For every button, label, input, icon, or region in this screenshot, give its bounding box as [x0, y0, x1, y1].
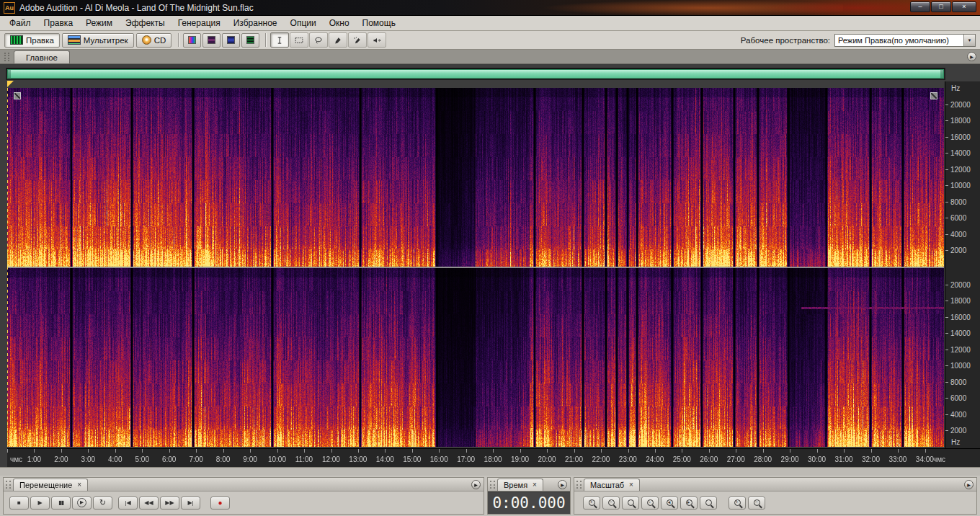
go-to-end-button[interactable]: ▶| — [181, 497, 200, 510]
adobe-audition-window: Au Adobe Audition - Al Di Meola - Land O… — [0, 0, 980, 516]
restore-button[interactable]: □ — [931, 1, 951, 12]
record-button[interactable]: ● — [210, 497, 230, 510]
workspace-dropdown[interactable]: Режим Правка(по умолчанию) ▼ — [834, 34, 976, 47]
zoom-panel: Масштаб × ▶ +−▫◂▸ +− — [574, 477, 977, 515]
time-panel-tab[interactable]: Время × — [497, 479, 543, 491]
timeline-ruler[interactable]: чмс 1:002:003:004:005:006:007:008:009:00… — [7, 448, 980, 467]
drag-grip[interactable] — [4, 53, 9, 61]
zoom-panel-title: Масштаб — [590, 481, 624, 489]
timeline-tick-label: 3:00 — [75, 455, 102, 463]
fast-forward-button[interactable]: ▶▶ — [160, 497, 179, 510]
timeline-tick-label: 27:00 — [722, 455, 749, 463]
transport-panel-tab[interactable]: Перемещение × — [13, 479, 88, 491]
frequency-tick-label: 8000 — [945, 374, 980, 391]
magnifier-icon: + — [589, 499, 595, 506]
zoom-button[interactable]: + — [729, 497, 746, 510]
timeline-tick-label: 2:00 — [48, 455, 74, 463]
menu-item[interactable]: Опции — [284, 16, 323, 30]
session-overview-bar[interactable] — [7, 69, 944, 79]
minimize-button[interactable]: – — [910, 1, 930, 12]
menu-item[interactable]: Правка — [37, 16, 80, 30]
frequency-tick-label: 12000 — [945, 342, 980, 358]
panel-menu-button[interactable]: ▶ — [964, 480, 974, 489]
pause-button[interactable]: ▮▮ — [51, 497, 71, 510]
spectral-phase-view-button[interactable] — [222, 33, 240, 48]
timeline-tick-marks — [7, 449, 948, 453]
spectrogram-channel-right[interactable] — [7, 268, 944, 447]
zoom-button[interactable]: ◂ — [661, 497, 678, 510]
chevron-down-icon[interactable]: ▼ — [963, 35, 975, 46]
menu-item[interactable]: Генерация — [172, 16, 227, 30]
spectral-frequency-view-button[interactable] — [183, 33, 201, 48]
menu-item[interactable]: Избранное — [227, 16, 284, 30]
frequency-tick-label: 6000 — [945, 210, 980, 227]
cd-disc-icon — [142, 35, 151, 45]
time-display[interactable]: 0:00.000 — [488, 491, 570, 514]
zoom-panel-tab[interactable]: Масштаб × — [584, 479, 640, 491]
waveform-view-button[interactable] — [241, 33, 259, 48]
scrub-icon — [373, 35, 381, 45]
cd-view-button[interactable]: CD — [136, 33, 172, 48]
timeline-tick-label: 24:00 — [641, 455, 668, 463]
play-from-cursor-button[interactable]: ▶ — [72, 497, 92, 510]
zoom-button[interactable]: − — [602, 497, 620, 510]
drag-grip[interactable] — [6, 481, 11, 489]
playhead-marker[interactable] — [7, 81, 14, 87]
time-selection-tool-button[interactable] — [270, 32, 289, 48]
frequency-unit-bottom: Hz — [951, 438, 960, 446]
multitrack-view-button[interactable]: Мультитрек — [62, 33, 134, 48]
go-to-beginning-button[interactable]: |◀ — [118, 497, 138, 510]
zoom-button[interactable]: − — [748, 497, 765, 510]
bottom-dock: Перемещение × ▶ ■ ▶ ▮▮ ▶ ↻ |◀ ◀◀ ▶▶ ▶| ● — [0, 476, 980, 516]
close-icon[interactable]: × — [533, 481, 537, 489]
menu-item[interactable]: Помощь — [356, 16, 402, 30]
display-corner-handle-left[interactable] — [14, 92, 21, 99]
play-button[interactable]: ▶ — [30, 497, 50, 510]
panel-menu-button[interactable]: ▶ — [967, 52, 976, 61]
spectral-pan-view-button[interactable] — [202, 33, 220, 48]
workspace-selector: Рабочее пространство: Режим Правка(по ум… — [741, 34, 976, 47]
frequency-tick-label: 18000 — [945, 293, 980, 310]
zoom-button[interactable]: + — [583, 497, 600, 510]
zoom-button[interactable] — [622, 497, 639, 510]
timeline-tick-label: 15:00 — [398, 455, 425, 463]
drag-grip[interactable] — [576, 481, 582, 489]
drag-grip[interactable] — [490, 481, 495, 489]
time-panel: Время × ▶ 0:00.000 — [487, 477, 571, 515]
paintbrush-selection-tool-button[interactable] — [329, 32, 347, 48]
menu-item[interactable]: Режим — [79, 16, 119, 30]
spectrogram-channel-left[interactable] — [7, 88, 944, 267]
close-button[interactable]: × — [952, 1, 976, 12]
marquee-selection-tool-button[interactable] — [290, 32, 308, 48]
display-corner-handle-right[interactable] — [930, 92, 937, 99]
zoom-button[interactable]: ▸ — [680, 497, 698, 510]
stop-button[interactable]: ■ — [9, 497, 29, 510]
scrub-tool-button[interactable] — [368, 32, 386, 48]
timeline-tick-label: 11:00 — [290, 455, 317, 463]
close-icon[interactable]: × — [77, 481, 81, 489]
menu-item[interactable]: Файл — [3, 16, 37, 30]
lasso-icon — [314, 35, 323, 45]
panel-menu-button[interactable]: ▶ — [471, 480, 481, 489]
frequency-tick-label: 14000 — [945, 146, 980, 162]
timeline-tick-label: 33:00 — [884, 455, 911, 463]
frequency-tick-label: 4000 — [945, 406, 980, 423]
timeline-tick-label: 19:00 — [507, 455, 533, 463]
tab-main[interactable]: Главное — [14, 50, 70, 63]
frequency-ruler[interactable]: Hz 2000018000160001400012000100008000600… — [945, 81, 980, 448]
play-looped-button[interactable]: ↻ — [93, 497, 112, 510]
edit-view-button[interactable]: Правка — [4, 33, 60, 48]
menu-item[interactable]: Окно — [323, 16, 356, 30]
waveform-view-icon — [246, 36, 254, 44]
close-icon[interactable]: × — [629, 481, 633, 489]
zoom-button[interactable] — [700, 497, 717, 510]
zoom-panel-header: Масштаб × ▶ — [574, 478, 976, 491]
frequency-tick-label: 4000 — [945, 226, 980, 243]
timeline-tick-label: 31:00 — [830, 455, 857, 463]
zoom-button[interactable]: ▫ — [641, 497, 659, 510]
lasso-selection-tool-button[interactable] — [309, 32, 328, 48]
menu-item[interactable]: Эффекты — [119, 16, 172, 30]
panel-menu-button[interactable]: ▶ — [558, 480, 567, 489]
rewind-button[interactable]: ◀◀ — [139, 497, 159, 510]
effects-paintbrush-tool-button[interactable] — [348, 32, 367, 48]
